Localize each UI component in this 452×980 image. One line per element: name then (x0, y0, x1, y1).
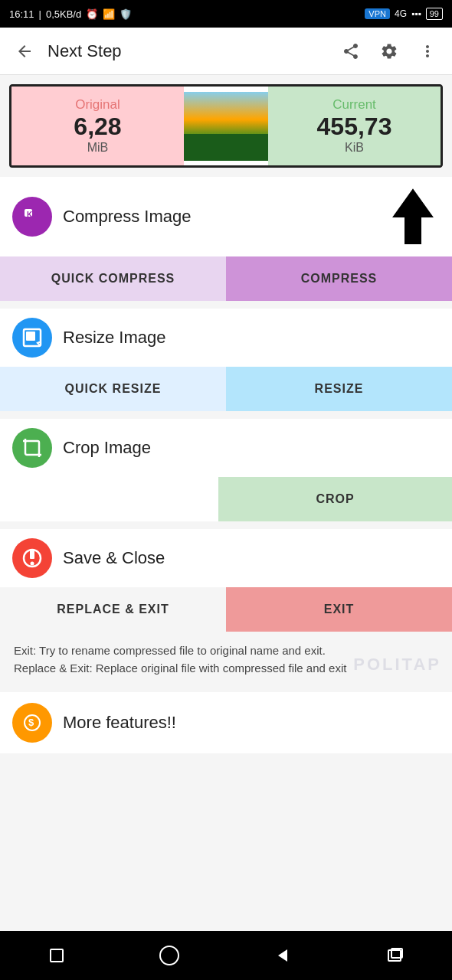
svg-rect-4 (26, 332, 35, 341)
more-features-title: More features!! (63, 713, 176, 733)
page-title: Next Step (47, 41, 328, 61)
svg-text:KB: KB (27, 211, 38, 219)
resize-header: Resize Image (0, 309, 452, 367)
more-features-icon-circle: $ (12, 703, 52, 743)
recent-apps-button[interactable] (40, 939, 74, 972)
resize-buttons: QUICK RESIZE RESIZE (0, 367, 452, 411)
quick-compress-button[interactable]: QUICK COMPRESS (0, 256, 226, 301)
svg-marker-17 (278, 949, 287, 962)
status-bar: 16:11 | 0,5KB/d ⏰ 📶 🛡️ VPN 4G ▪▪▪ 99 (0, 0, 452, 28)
save-icon-circle (12, 538, 52, 578)
resize-title: Resize Image (63, 328, 166, 348)
status-network-speed: 0,5KB/d (46, 8, 81, 20)
crop-section: Crop Image CROP (0, 419, 452, 521)
watermark-text: POLITAP (353, 652, 441, 677)
arrow-annotation (386, 186, 440, 247)
crop-buttons: CROP (0, 477, 452, 521)
settings-button[interactable] (374, 36, 405, 67)
network-type: 4G (395, 8, 407, 19)
info-line1: Exit: Try to rename compressed file to o… (14, 644, 326, 657)
status-time: 16:11 (9, 8, 34, 20)
save-title: Save & Close (63, 548, 165, 568)
wifi-icon: 📶 (103, 8, 115, 20)
compress-icon-circle: KB (12, 197, 52, 237)
thumbnail-image (184, 92, 268, 161)
info-text-block: Exit: Try to rename compressed file to o… (0, 632, 452, 684)
current-value: 455,73 (317, 113, 392, 141)
quick-resize-button[interactable]: QUICK RESIZE (0, 367, 226, 411)
more-features-section: $ More features!! (0, 692, 452, 753)
crop-button[interactable]: CROP (218, 477, 452, 521)
share-button[interactable] (336, 36, 366, 67)
svg-rect-11 (30, 550, 34, 559)
compress-button[interactable]: COMPRESS (226, 256, 452, 301)
resize-section: Resize Image QUICK RESIZE RESIZE (0, 309, 452, 411)
main-content: Original 6,28 MiB Current 455,73 KiB KB … (0, 75, 452, 931)
app-bar: Next Step (0, 28, 452, 75)
svg-text:$: $ (28, 717, 34, 728)
svg-rect-15 (51, 949, 63, 962)
image-thumbnail (184, 92, 268, 161)
home-button[interactable] (152, 939, 186, 972)
signal-bars-icon: ▪▪▪ (411, 8, 421, 19)
status-left: 16:11 | 0,5KB/d ⏰ 📶 🛡️ (9, 8, 132, 20)
exit-button[interactable]: EXIT (226, 587, 452, 632)
original-info: Original 6,28 MiB (11, 87, 184, 165)
svg-point-12 (31, 562, 34, 566)
bottom-nav (0, 931, 452, 980)
resize-icon-circle (12, 318, 52, 358)
original-value: 6,28 (74, 113, 121, 141)
current-info: Current 455,73 KiB (268, 87, 441, 165)
crop-spacer (0, 477, 218, 521)
current-label: Current (332, 97, 376, 113)
compress-section: KB Compress Image QUICK COMPRESS COMPRES… (0, 177, 452, 301)
up-arrow-icon (386, 186, 440, 247)
shield-icon: 🛡️ (120, 8, 132, 20)
image-info-card: Original 6,28 MiB Current 455,73 KiB (9, 84, 443, 168)
vpn-badge: VPN (365, 8, 390, 19)
original-label: Original (75, 97, 120, 113)
svg-marker-2 (394, 190, 432, 243)
info-line2: Replace & Exit: Replace original file wi… (14, 662, 346, 675)
square-recent-button[interactable] (378, 939, 412, 972)
replace-exit-button[interactable]: REPLACE & EXIT (0, 587, 226, 632)
save-section: Save & Close REPLACE & EXIT EXIT (0, 529, 452, 632)
compress-buttons: QUICK COMPRESS COMPRESS (0, 256, 452, 301)
alarm-icon: ⏰ (86, 8, 98, 20)
svg-rect-5 (25, 441, 39, 455)
compress-title: Compress Image (63, 207, 192, 227)
svg-point-16 (160, 946, 179, 965)
resize-button[interactable]: RESIZE (226, 367, 452, 411)
back-button-nav[interactable] (266, 939, 300, 972)
crop-header: Crop Image (0, 419, 452, 477)
compress-header: KB Compress Image (0, 177, 452, 256)
back-button[interactable] (9, 36, 40, 67)
save-header: Save & Close (0, 529, 452, 587)
crop-title: Crop Image (63, 438, 151, 458)
battery-icon: 99 (426, 8, 443, 20)
more-options-button[interactable] (412, 36, 443, 67)
svg-rect-18 (388, 950, 401, 961)
save-buttons: REPLACE & EXIT EXIT (0, 587, 452, 632)
crop-icon-circle (12, 428, 52, 468)
original-unit: MiB (87, 141, 109, 155)
current-unit: KiB (345, 141, 364, 155)
status-right: VPN 4G ▪▪▪ 99 (365, 8, 443, 20)
status-network: | (39, 8, 41, 20)
